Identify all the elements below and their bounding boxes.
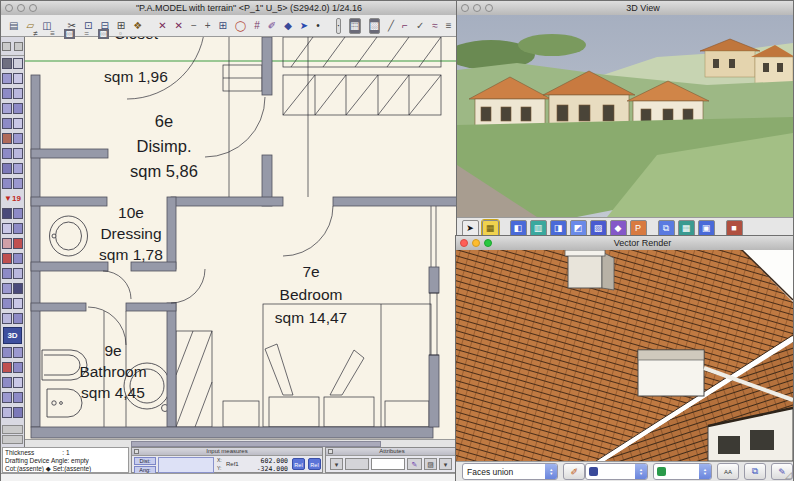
rel-button-2[interactable]: Rel	[308, 458, 321, 470]
palette-tool-row[interactable]	[1, 101, 24, 116]
palette-tool-row[interactable]	[1, 176, 24, 191]
dist-button[interactable]: Dist:	[134, 457, 156, 465]
palette-tool-row[interactable]: ▼19	[1, 191, 24, 206]
palette-tool-row[interactable]	[1, 266, 24, 281]
palette-tool-row[interactable]	[1, 86, 24, 101]
hash-icon[interactable]: #	[254, 19, 260, 33]
plus-icon[interactable]: +	[205, 19, 211, 33]
circle-tool-icon[interactable]: ◯	[235, 19, 246, 33]
palette-tool-row[interactable]	[1, 405, 24, 420]
dot-tool-icon[interactable]: •	[316, 19, 320, 33]
palette-tool-row[interactable]	[1, 281, 24, 296]
check-icon[interactable]: ✓	[416, 19, 424, 33]
camera-icon[interactable]: ▣	[698, 220, 715, 237]
plan-window-titlebar[interactable]: "P.A.MODEL with terrain" <P_1" U_5> (S29…	[1, 1, 461, 16]
zoom-out-icon[interactable]: ✕	[175, 19, 183, 33]
palette-tool-row[interactable]	[1, 360, 24, 375]
walkthrough-icon[interactable]: ▦	[678, 220, 695, 237]
zoom-button[interactable]	[485, 4, 493, 12]
canvas-horizontal-scrollbar[interactable]	[25, 439, 459, 447]
arrow-tool-icon[interactable]: ➤	[300, 19, 308, 33]
small-dark2-icon[interactable]: ▩	[98, 29, 109, 39]
palette-tool-row[interactable]	[1, 236, 24, 251]
point-mode-icon[interactable]: ·	[336, 18, 341, 34]
palette-tool-row[interactable]	[1, 116, 24, 131]
zoom-button[interactable]	[29, 4, 37, 12]
palette-tool-row[interactable]	[1, 296, 24, 311]
attr-dropdown-1[interactable]: ▾	[330, 458, 343, 470]
palette-tool-row[interactable]	[1, 146, 24, 161]
attr-value-field[interactable]	[371, 458, 405, 470]
small-lines-icon[interactable]: ≡	[47, 29, 58, 39]
grid-mode-icon[interactable]: ▦	[349, 18, 360, 34]
render-icon[interactable]: ⧉	[658, 220, 675, 237]
shading-icon[interactable]: ◆	[610, 220, 627, 237]
layers-button[interactable]: ⧉	[744, 463, 766, 480]
palette-tool-row[interactable]: 3D	[3, 327, 22, 344]
texture-icon[interactable]: P	[630, 220, 647, 237]
palette-tool-row[interactable]	[1, 206, 24, 221]
grid-view-icon[interactable]: ▦	[482, 220, 499, 237]
view-front-icon[interactable]: ◧	[510, 220, 527, 237]
small-neq-icon[interactable]: ≠	[30, 29, 41, 39]
key-icon[interactable]: ❖	[133, 19, 142, 33]
zoom-in-icon[interactable]: ✕	[158, 19, 166, 33]
palette-tool-row[interactable]	[1, 251, 24, 266]
palette-tool-row[interactable]	[1, 131, 24, 146]
minimize-button[interactable]	[473, 4, 481, 12]
attr-brush-icon[interactable]: ✎	[407, 458, 422, 470]
diamond-icon[interactable]: ◆	[284, 19, 292, 33]
palette-tool-row[interactable]	[1, 345, 24, 360]
select-arrow-icon[interactable]: ➤	[462, 220, 479, 237]
view-persp-icon[interactable]: ▨	[590, 220, 607, 237]
attributes-title[interactable]: Attributes	[326, 448, 458, 456]
fill-style-dropdown[interactable]: ▲▼	[585, 463, 648, 480]
vector-render-viewport[interactable]	[456, 250, 793, 461]
line-style-dropdown[interactable]: ▲▼	[653, 463, 712, 480]
minimize-button[interactable]	[472, 239, 480, 247]
palette-tool-row[interactable]	[1, 390, 24, 405]
close-button[interactable]	[5, 4, 13, 12]
close-button[interactable]	[460, 239, 468, 247]
palette-tool-row[interactable]	[1, 71, 24, 86]
measure-input-field[interactable]	[158, 457, 214, 473]
palette-tool-row[interactable]	[1, 161, 24, 176]
layers-lines-icon[interactable]: ≡	[446, 19, 452, 33]
view-axon-icon[interactable]: ◩	[570, 220, 587, 237]
minimize-button[interactable]	[17, 4, 25, 12]
zoom-button[interactable]	[484, 239, 492, 247]
faces-union-dropdown[interactable]: Faces union ▲▼	[462, 463, 558, 480]
palette-tool-row[interactable]	[1, 56, 24, 71]
minus-icon[interactable]: −	[191, 19, 197, 33]
view-side-icon[interactable]: ◨	[550, 220, 567, 237]
corner-icon[interactable]: ⌐	[402, 19, 408, 33]
panel-close-box[interactable]	[328, 449, 333, 454]
palette-tool-row[interactable]	[1, 311, 24, 326]
palette-tool-row[interactable]	[1, 375, 24, 390]
close-button[interactable]	[461, 4, 469, 12]
paint-icon[interactable]: ✐	[268, 19, 276, 33]
attr-spacer-button[interactable]	[345, 458, 369, 470]
attr-dropdown-2[interactable]: ▾	[439, 458, 452, 470]
view3d-viewport[interactable]	[457, 15, 793, 217]
text-style-button[interactable]: AA	[717, 463, 739, 480]
brush-button[interactable]: ✐	[563, 463, 585, 480]
rel-button-1[interactable]: Rel	[292, 458, 305, 470]
line-draw-icon[interactable]: ╱	[388, 19, 394, 33]
input-measures-title[interactable]: Input measures	[132, 448, 322, 456]
panel-close-box[interactable]	[134, 449, 139, 454]
resize-grip[interactable]: ◿	[785, 470, 792, 480]
plan-canvas[interactable]: Closet sqm 1,96 6e Disimp. sqm 5,86 10e …	[25, 37, 459, 439]
attr-pattern-icon[interactable]: ▨	[424, 458, 437, 470]
wave-icon[interactable]: ≈	[432, 19, 438, 33]
main-window-bottom-scrollbar[interactable]	[1, 473, 463, 481]
grid-icon[interactable]: ⊞	[219, 19, 227, 33]
small-eq-icon[interactable]: =	[81, 29, 92, 39]
small-dark-icon[interactable]: ▩	[64, 29, 75, 39]
fill-mode-icon[interactable]: ▩	[369, 18, 380, 34]
small-box-icon[interactable]: ▫	[115, 29, 126, 39]
palette-tool-row[interactable]	[1, 221, 24, 236]
new-doc-icon[interactable]: ▤	[9, 19, 18, 33]
view3d-titlebar[interactable]: 3D View	[457, 1, 793, 16]
view-top-icon[interactable]: ▥	[530, 220, 547, 237]
